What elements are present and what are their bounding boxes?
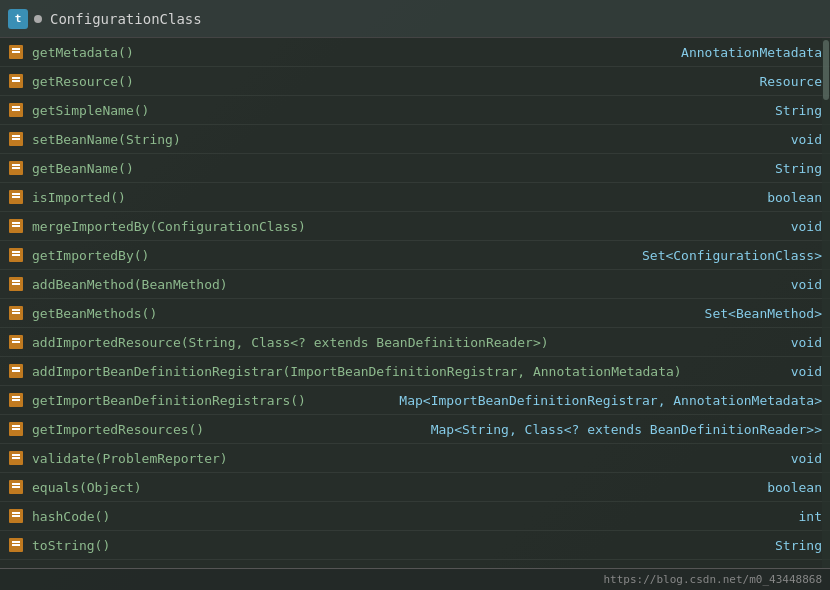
scrollbar-thumb[interactable] (823, 40, 829, 100)
return-type: boolean (767, 190, 822, 205)
method-name: addBeanMethod(BeanMethod) (32, 277, 781, 292)
method-icon (8, 450, 24, 466)
return-type: Map<ImportBeanDefinitionRegistrar, Annot… (399, 393, 822, 408)
method-type-icon (9, 364, 23, 378)
method-name: getResource() (32, 74, 749, 89)
method-icon (8, 537, 24, 553)
return-type: String (775, 538, 822, 553)
method-type-icon (9, 538, 23, 552)
method-icon (8, 305, 24, 321)
table-row[interactable]: getSimpleName()String (0, 96, 830, 125)
header-dot-indicator (34, 15, 42, 23)
return-type: void (791, 277, 822, 292)
method-icon (8, 508, 24, 524)
table-row[interactable]: equals(Object)boolean (0, 473, 830, 502)
method-type-icon (9, 248, 23, 262)
method-name: setBeanName(String) (32, 132, 781, 147)
table-row[interactable]: addImportBeanDefinitionRegistrar(ImportB… (0, 357, 830, 386)
method-icon (8, 421, 24, 437)
return-type: boolean (767, 480, 822, 495)
method-type-icon (9, 103, 23, 117)
return-type: AnnotationMetadata (681, 45, 822, 60)
method-type-icon (9, 277, 23, 291)
method-name: toString() (32, 538, 765, 553)
method-type-icon (9, 74, 23, 88)
return-type: Map<String, Class<? extends BeanDefiniti… (431, 422, 822, 437)
table-row[interactable]: getMetadata()AnnotationMetadata (0, 38, 830, 67)
return-type: Resource (759, 74, 822, 89)
method-icon (8, 73, 24, 89)
footer-bar: https://blog.csdn.net/m0_43448868 (0, 568, 830, 590)
return-type: void (791, 364, 822, 379)
return-type: int (799, 509, 822, 524)
method-type-icon (9, 161, 23, 175)
method-icon (8, 218, 24, 234)
method-list: getMetadata()AnnotationMetadatagetResour… (0, 38, 830, 568)
method-icon (8, 160, 24, 176)
method-type-icon (9, 335, 23, 349)
method-name: getImportedBy() (32, 248, 632, 263)
method-icon (8, 131, 24, 147)
method-name: getBeanName() (32, 161, 765, 176)
class-header: t ConfigurationClass (0, 0, 830, 38)
method-name: validate(ProblemReporter) (32, 451, 781, 466)
table-row[interactable]: getBeanName()String (0, 154, 830, 183)
method-icon (8, 247, 24, 263)
class-type-icon: t (8, 9, 28, 29)
table-row[interactable]: mergeImportedBy(ConfigurationClass)void (0, 212, 830, 241)
method-icon (8, 276, 24, 292)
method-type-icon (9, 422, 23, 436)
method-type-icon (9, 45, 23, 59)
table-row[interactable]: addImportedResource(String, Class<? exte… (0, 328, 830, 357)
method-name: getImportBeanDefinitionRegistrars() (32, 393, 389, 408)
method-name: getImportedResources() (32, 422, 421, 437)
method-type-icon (9, 509, 23, 523)
method-type-icon (9, 219, 23, 233)
table-row[interactable]: toString()String (0, 531, 830, 560)
table-row[interactable]: getImportedBy()Set<ConfigurationClass> (0, 241, 830, 270)
method-name: getMetadata() (32, 45, 671, 60)
return-type: void (791, 451, 822, 466)
return-type: String (775, 103, 822, 118)
method-icon (8, 102, 24, 118)
method-name: getBeanMethods() (32, 306, 695, 321)
table-row[interactable]: setBeanName(String)void (0, 125, 830, 154)
method-name: getSimpleName() (32, 103, 765, 118)
method-type-icon (9, 393, 23, 407)
return-type: String (775, 161, 822, 176)
method-name: hashCode() (32, 509, 789, 524)
scrollbar-track[interactable] (822, 38, 830, 568)
method-icon (8, 392, 24, 408)
method-type-icon (9, 132, 23, 146)
return-type: void (791, 335, 822, 350)
method-name: addImportBeanDefinitionRegistrar(ImportB… (32, 364, 781, 379)
table-row[interactable]: getImportBeanDefinitionRegistrars()Map<I… (0, 386, 830, 415)
method-name: addImportedResource(String, Class<? exte… (32, 335, 781, 350)
table-row[interactable]: isImported()boolean (0, 183, 830, 212)
return-type: void (791, 219, 822, 234)
method-name: mergeImportedBy(ConfigurationClass) (32, 219, 781, 234)
method-type-icon (9, 451, 23, 465)
method-icon (8, 479, 24, 495)
method-icon (8, 363, 24, 379)
method-type-icon (9, 190, 23, 204)
method-icon (8, 44, 24, 60)
table-row[interactable]: getImportedResources()Map<String, Class<… (0, 415, 830, 444)
class-name: ConfigurationClass (50, 11, 202, 27)
return-type: Set<BeanMethod> (705, 306, 822, 321)
table-row[interactable]: hashCode()int (0, 502, 830, 531)
table-row[interactable]: addBeanMethod(BeanMethod)void (0, 270, 830, 299)
return-type: void (791, 132, 822, 147)
method-icon (8, 189, 24, 205)
method-type-icon (9, 480, 23, 494)
method-name: equals(Object) (32, 480, 757, 495)
method-icon (8, 334, 24, 350)
table-row[interactable]: validate(ProblemReporter)void (0, 444, 830, 473)
return-type: Set<ConfigurationClass> (642, 248, 822, 263)
table-row[interactable]: getBeanMethods()Set<BeanMethod> (0, 299, 830, 328)
footer-url: https://blog.csdn.net/m0_43448868 (603, 573, 822, 586)
table-row[interactable]: getResource()Resource (0, 67, 830, 96)
method-type-icon (9, 306, 23, 320)
method-name: isImported() (32, 190, 757, 205)
